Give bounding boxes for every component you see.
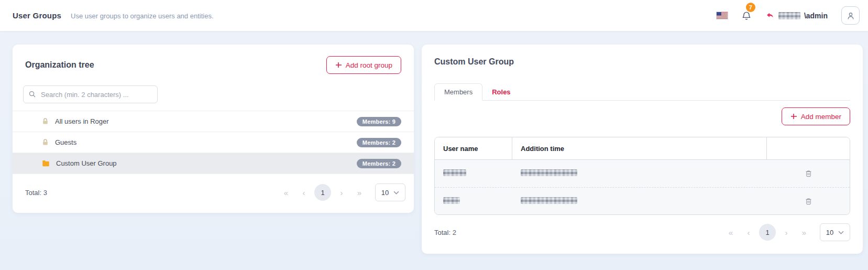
person-icon bbox=[846, 11, 855, 20]
addition-time-cell bbox=[512, 169, 767, 178]
chevron-down-icon bbox=[838, 231, 844, 234]
redacted-addition-time bbox=[521, 197, 577, 204]
chevron-down-icon bbox=[393, 191, 399, 195]
members-count-badge: Members: 2 bbox=[357, 159, 401, 168]
add-root-group-label: Add root group bbox=[346, 61, 392, 69]
tree-total-label: Total: 3 bbox=[25, 189, 47, 197]
redacted-user-name bbox=[443, 197, 460, 204]
notifications-button[interactable]: 7 bbox=[741, 10, 752, 21]
tab-roles[interactable]: Roles bbox=[482, 84, 520, 100]
delete-member-button[interactable] bbox=[803, 195, 815, 208]
user-name-cell bbox=[435, 169, 512, 178]
plus-icon bbox=[335, 62, 342, 68]
add-root-group-button[interactable]: Add root group bbox=[326, 56, 401, 74]
language-flag-us-icon[interactable] bbox=[717, 12, 728, 19]
user-menu-button[interactable] bbox=[841, 6, 860, 25]
page-title: User Groups bbox=[13, 11, 61, 20]
page-size-select[interactable]: 10 bbox=[375, 183, 405, 201]
user-group-panel: Custom User Group Members Roles Add memb… bbox=[422, 45, 863, 254]
lock-icon bbox=[42, 118, 49, 125]
next-page-button[interactable]: › bbox=[334, 188, 349, 197]
page-size-value: 10 bbox=[826, 229, 833, 236]
bell-icon bbox=[741, 10, 752, 21]
tree-item-label: Guests bbox=[55, 138, 350, 146]
tree-pagination-controls: « ‹ 1 › » 10 bbox=[279, 183, 405, 201]
table-row bbox=[435, 187, 850, 214]
header-actions: 7 \admin bbox=[717, 6, 860, 25]
tree-item-custom-user-group[interactable]: Custom User Group Members: 2 bbox=[13, 153, 414, 174]
impersonation-control[interactable]: \admin bbox=[765, 12, 828, 20]
tab-members[interactable]: Members bbox=[434, 83, 482, 101]
add-member-button[interactable]: Add member bbox=[782, 107, 850, 125]
tree-item-all-users[interactable]: All users in Roger Members: 9 bbox=[13, 111, 414, 132]
prev-page-button[interactable]: ‹ bbox=[741, 228, 756, 237]
flag-canton bbox=[717, 12, 721, 16]
tree-search bbox=[23, 85, 158, 103]
first-page-button[interactable]: « bbox=[279, 188, 293, 197]
tree-pagination: Total: 3 « ‹ 1 › » 10 bbox=[13, 174, 414, 213]
addition-time-cell bbox=[512, 197, 767, 206]
user-group-title: Custom User Group bbox=[422, 45, 863, 67]
redacted-addition-time bbox=[521, 169, 577, 176]
folder-icon bbox=[42, 160, 50, 167]
members-table-header: User name Addition time bbox=[435, 137, 850, 160]
plus-icon bbox=[790, 113, 797, 120]
current-page-button[interactable]: 1 bbox=[314, 184, 331, 201]
last-page-button[interactable]: » bbox=[797, 228, 811, 237]
tree-search-input[interactable] bbox=[23, 85, 158, 103]
content-area: Organization tree Add root group All use… bbox=[0, 31, 868, 254]
notification-count-badge: 7 bbox=[746, 3, 755, 12]
members-total-label: Total: 2 bbox=[434, 229, 456, 236]
members-count-badge: Members: 9 bbox=[357, 117, 401, 126]
members-pagination-controls: « ‹ 1 › » 10 bbox=[723, 223, 850, 241]
redacted-account-name bbox=[778, 12, 800, 19]
column-header-addition-time: Addition time bbox=[512, 137, 767, 159]
page-size-value: 10 bbox=[381, 189, 389, 197]
lock-icon bbox=[42, 139, 49, 146]
page-subtitle: Use user groups to organize users and en… bbox=[71, 12, 213, 20]
last-page-button[interactable]: » bbox=[352, 188, 367, 197]
row-actions-cell bbox=[767, 195, 850, 208]
row-actions-cell bbox=[767, 167, 850, 180]
members-table: User name Addition time bbox=[434, 137, 850, 215]
delete-member-button[interactable] bbox=[803, 167, 815, 180]
organization-tree-panel: Organization tree Add root group All use… bbox=[13, 45, 414, 213]
tree-item-label: All users in Roger bbox=[55, 117, 350, 125]
organization-tree-title: Organization tree bbox=[25, 60, 94, 70]
organization-tree-list: All users in Roger Members: 9 Guests Mem… bbox=[13, 111, 414, 174]
column-header-actions bbox=[767, 137, 850, 159]
first-page-button[interactable]: « bbox=[723, 228, 738, 237]
add-member-label: Add member bbox=[801, 113, 841, 121]
member-actions-row: Add member bbox=[434, 107, 850, 125]
table-row bbox=[435, 160, 850, 187]
header-titles: User Groups Use user groups to organize … bbox=[13, 11, 214, 20]
current-page-button[interactable]: 1 bbox=[759, 224, 776, 241]
next-page-button[interactable]: › bbox=[779, 228, 794, 237]
members-count-badge: Members: 2 bbox=[357, 138, 401, 147]
app-header: User Groups Use user groups to organize … bbox=[0, 0, 868, 31]
redacted-user-name bbox=[443, 169, 466, 176]
prev-page-button[interactable]: ‹ bbox=[296, 188, 311, 197]
page-size-select[interactable]: 10 bbox=[820, 223, 850, 241]
reply-arrow-icon bbox=[765, 12, 775, 20]
tree-item-guests[interactable]: Guests Members: 2 bbox=[13, 132, 414, 153]
tree-item-label: Custom User Group bbox=[56, 159, 350, 167]
members-pagination: Total: 2 « ‹ 1 › » 10 bbox=[422, 215, 863, 254]
organization-tree-header: Organization tree Add root group bbox=[13, 45, 414, 74]
user-name-cell bbox=[435, 197, 512, 206]
column-header-user-name: User name bbox=[435, 137, 512, 159]
trash-icon bbox=[805, 169, 812, 178]
account-domain-label: \admin bbox=[804, 12, 828, 20]
group-tabs: Members Roles bbox=[434, 83, 850, 101]
trash-icon bbox=[805, 197, 812, 206]
